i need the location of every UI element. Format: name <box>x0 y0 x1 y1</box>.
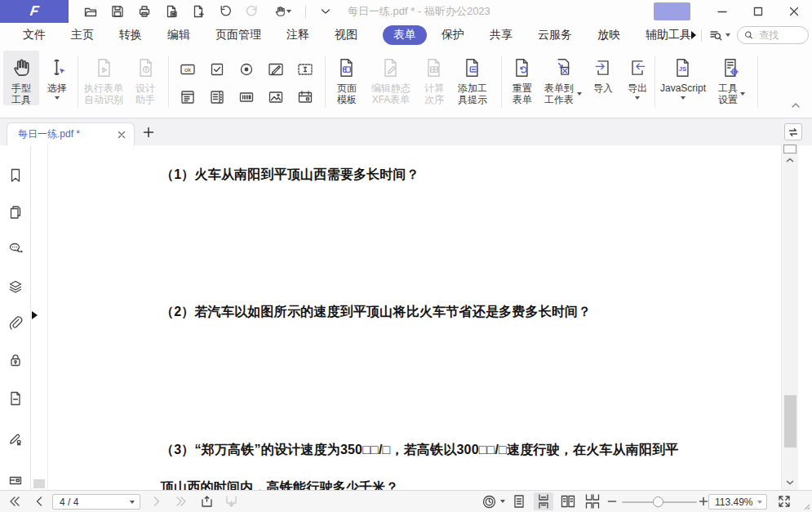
zoom-in-icon[interactable] <box>699 491 708 512</box>
minimize-button[interactable] <box>704 0 740 23</box>
zoom-out-icon[interactable] <box>607 491 617 512</box>
continuous-view-icon[interactable] <box>534 492 553 510</box>
scroll-down-icon[interactable] <box>784 479 796 486</box>
barcode-field-icon[interactable] <box>236 87 257 108</box>
split-view-handle[interactable] <box>783 145 796 154</box>
vertical-scrollbar[interactable] <box>781 144 798 490</box>
divider <box>78 56 78 108</box>
zoom-level-box[interactable]: 113.49% <box>708 494 767 510</box>
reading-mode-button[interactable] <box>481 491 505 512</box>
ribbon-toolbar: 手型工具 选择 执行表单自动识别 设计助手 <box>0 47 812 118</box>
window-resize-grip[interactable] <box>802 502 810 510</box>
signature-field-icon[interactable] <box>265 59 286 80</box>
design-assistant-button: 设计助手 <box>127 51 163 105</box>
form-field-grid: ok <box>173 56 320 111</box>
export-icon <box>627 54 648 82</box>
close-button[interactable] <box>776 0 812 23</box>
layers-icon[interactable] <box>7 278 24 295</box>
page-thumbnails-icon[interactable] <box>7 204 24 220</box>
menu-organize[interactable]: 页面管理 <box>215 28 261 42</box>
page-number-box[interactable]: 4 / 4 <box>52 494 140 510</box>
push-button-field-icon[interactable]: ok <box>177 59 198 80</box>
account-button[interactable] <box>654 2 690 20</box>
search-box[interactable] <box>737 26 809 44</box>
hand-gesture-icon[interactable] <box>272 4 293 19</box>
menu-convert[interactable]: 转换 <box>119 28 142 42</box>
save-icon[interactable] <box>110 4 125 19</box>
menu-home[interactable]: 主页 <box>71 28 94 42</box>
continuous-facing-view-icon[interactable] <box>583 492 602 510</box>
select-button[interactable]: 选择 <box>39 51 75 100</box>
dropdown-caret-icon <box>130 501 135 504</box>
zoom-slider-handle[interactable] <box>653 496 663 507</box>
image-field-icon[interactable] <box>265 87 286 108</box>
single-page-view-icon[interactable] <box>509 492 529 510</box>
menu-view[interactable]: 视图 <box>335 28 357 42</box>
new-tab-icon[interactable] <box>143 127 154 138</box>
undo-icon[interactable] <box>218 4 233 19</box>
menu-overflow-icon[interactable] <box>691 31 696 39</box>
comments-icon[interactable] <box>7 241 24 257</box>
export-button[interactable]: 导出 <box>622 51 653 100</box>
dropdown-caret-icon <box>757 501 762 504</box>
find-in-document-button[interactable] <box>708 28 730 42</box>
dropdown-caret-icon <box>635 96 640 100</box>
new-document-icon[interactable] <box>191 4 206 19</box>
next-view-icon[interactable] <box>224 491 240 512</box>
next-page-icon[interactable] <box>152 491 162 512</box>
open-file-icon[interactable] <box>83 4 98 19</box>
bookmarks-icon[interactable] <box>7 167 24 184</box>
swap-panel-icon[interactable] <box>784 123 802 140</box>
hand-tool-button[interactable]: 手型工具 <box>3 51 39 105</box>
text-field-icon[interactable] <box>295 59 316 80</box>
form-fields-icon[interactable] <box>7 470 24 486</box>
previous-view-icon[interactable] <box>199 491 215 512</box>
scrollbar-thumb[interactable] <box>784 395 796 447</box>
fullscreen-icon[interactable] <box>777 491 792 512</box>
attachments-icon[interactable] <box>7 315 24 332</box>
menu-file[interactable]: 文件 <box>23 28 46 42</box>
first-page-icon[interactable] <box>8 491 21 512</box>
facing-view-icon[interactable] <box>558 492 578 510</box>
check-box-field-icon[interactable] <box>206 59 228 80</box>
menu-cloud[interactable]: 云服务 <box>538 28 572 42</box>
tool-settings-button[interactable]: 工具设置 <box>712 51 751 105</box>
dropdown-caret-icon <box>286 10 291 13</box>
security-icon[interactable] <box>7 352 24 368</box>
reset-form-button[interactable]: 重置表单 <box>504 51 540 105</box>
destinations-icon[interactable] <box>7 390 24 407</box>
print-current-page-icon[interactable] <box>164 4 179 19</box>
redo-icon[interactable] <box>245 4 260 19</box>
menu-edit[interactable]: 编辑 <box>167 28 190 42</box>
combo-box-field-icon[interactable] <box>206 87 228 108</box>
import-button[interactable]: 导入 <box>588 51 619 94</box>
menu-accessibility[interactable]: 辅助工具 <box>646 28 691 42</box>
page-template-button[interactable]: 页面模板 <box>328 51 366 105</box>
maximize-button[interactable] <box>740 0 776 23</box>
collapse-toolbar-icon[interactable] <box>318 4 333 19</box>
add-tooltip-button[interactable]: 添加工具提示 <box>452 51 493 105</box>
menu-protect[interactable]: 保护 <box>441 28 464 42</box>
question-2-text: （2）若汽车以如图所示的速度到平顶山将比火车节省还是多费多长时间？ <box>161 304 592 321</box>
foxit-logo-icon[interactable]: F <box>0 0 69 23</box>
menu-form-active[interactable]: 表单 <box>383 25 427 45</box>
last-page-icon[interactable] <box>175 491 188 512</box>
collapse-ribbon-icon[interactable] <box>790 101 801 109</box>
divider <box>501 56 502 108</box>
search-input[interactable] <box>757 29 801 42</box>
list-box-field-icon[interactable] <box>177 87 198 108</box>
print-icon[interactable] <box>137 4 152 19</box>
scroll-up-icon[interactable] <box>784 157 796 163</box>
menu-present[interactable]: 放映 <box>597 28 620 42</box>
javascript-button[interactable]: JS JavaScript <box>658 51 708 100</box>
previous-page-icon[interactable] <box>34 491 44 512</box>
menu-comment[interactable]: 注释 <box>286 28 309 42</box>
digital-signatures-icon[interactable] <box>7 430 24 447</box>
form-to-sheet-button[interactable]: 表单到工作表 <box>540 51 584 105</box>
expand-panel-icon[interactable] <box>32 311 38 319</box>
tab-close-icon[interactable] <box>118 131 126 139</box>
radio-button-field-icon[interactable] <box>236 59 257 80</box>
document-tab[interactable]: 每日一练.pdf * <box>7 122 135 145</box>
menu-share[interactable]: 共享 <box>490 28 512 42</box>
date-field-icon[interactable] <box>295 87 316 108</box>
